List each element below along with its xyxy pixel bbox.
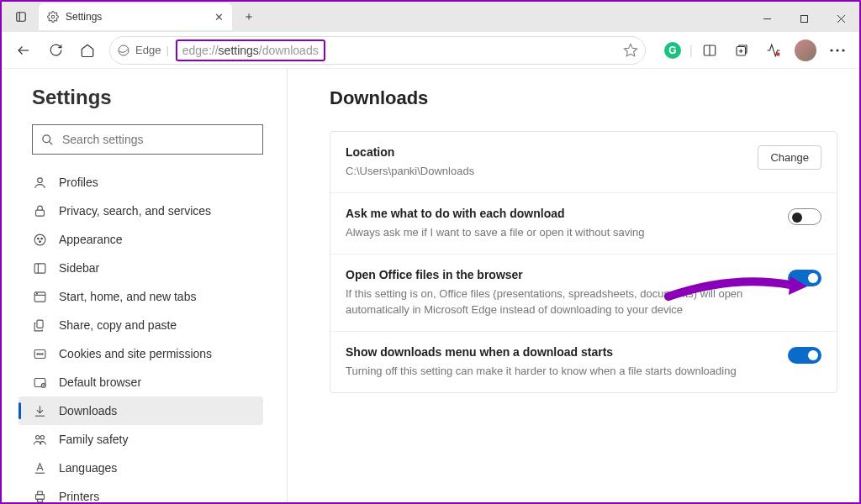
browser-tab[interactable]: Settings ✕ (39, 3, 232, 30)
svg-point-2 (51, 15, 55, 18)
sidebar-item-default-browser[interactable]: Default browser (18, 368, 263, 396)
office-toggle[interactable] (788, 270, 821, 286)
svg-rect-27 (34, 263, 45, 272)
svg-point-34 (36, 353, 37, 354)
nav-icon (32, 403, 47, 418)
collections-icon[interactable] (726, 35, 757, 66)
row-ask-download: Ask me what to do with each download Alw… (330, 192, 837, 254)
settings-main: Downloads Location C:\Users\panki\Downlo… (288, 69, 859, 502)
svg-rect-32 (36, 320, 42, 328)
svg-point-36 (41, 353, 42, 354)
sidebar-item-label: Privacy, search, and services (59, 204, 211, 218)
svg-point-41 (35, 435, 39, 438)
change-location-button[interactable]: Change (758, 145, 821, 170)
svg-line-20 (49, 141, 52, 144)
toolbar: Edge | edge://settings/downloads G | (2, 32, 859, 69)
ask-sub: Always ask me if I want to save a file o… (346, 225, 774, 240)
sidebar-item-start-home-and-new-tabs[interactable]: Start, home, and new tabs (18, 282, 263, 311)
nav-icon (32, 375, 47, 390)
svg-rect-4 (800, 15, 807, 22)
nav-icon (32, 460, 47, 475)
sidebar-item-languages[interactable]: Languages (18, 454, 263, 482)
svg-point-25 (40, 238, 42, 239)
svg-rect-0 (17, 13, 26, 22)
settings-card: Location C:\Users\panki\Downloads Change… (330, 131, 837, 393)
address-bar[interactable]: Edge | edge://settings/downloads (109, 36, 646, 65)
sidebar-heading: Settings (32, 86, 263, 109)
edge-icon (117, 44, 130, 57)
svg-rect-45 (37, 491, 42, 495)
ask-toggle[interactable] (788, 208, 821, 225)
more-menu-button[interactable] (822, 35, 853, 66)
nav-icon (32, 175, 47, 190)
ask-title: Ask me what to do with each download (346, 207, 774, 220)
svg-point-42 (40, 435, 44, 438)
nav-icon (32, 203, 47, 218)
search-input[interactable] (62, 133, 254, 146)
site-identity[interactable]: Edge | (117, 44, 169, 57)
svg-point-15 (776, 52, 780, 56)
back-button[interactable] (8, 35, 39, 66)
titlebar: Settings ✕ ＋ (2, 2, 859, 32)
sidebar-item-privacy-search-and-services[interactable]: Privacy, search, and services (18, 197, 263, 225)
home-button[interactable] (72, 35, 103, 66)
close-tab-button[interactable]: ✕ (214, 11, 224, 24)
split-screen-icon[interactable] (695, 35, 725, 66)
svg-rect-44 (35, 494, 44, 499)
nav-icon (32, 432, 47, 447)
sidebar-item-cookies-and-site-permissions[interactable]: Cookies and site permissions (18, 339, 263, 368)
profile-button[interactable] (790, 35, 821, 66)
page-title: Downloads (330, 87, 837, 109)
sidebar-item-sidebar[interactable]: Sidebar (18, 254, 263, 282)
settings-sidebar: Settings ProfilesPrivacy, search, and se… (2, 69, 288, 502)
svg-point-17 (836, 49, 838, 51)
sidebar-item-label: Sidebar (59, 261, 99, 275)
menu-sub: Turning off this setting can make it har… (346, 364, 774, 379)
new-tab-button[interactable]: ＋ (237, 5, 261, 29)
refresh-button[interactable] (40, 35, 71, 66)
nav-icon (32, 289, 47, 304)
avatar (795, 39, 816, 61)
favorite-icon[interactable] (623, 43, 638, 58)
url-text: edge://settings/downloads (182, 44, 319, 57)
svg-point-21 (37, 177, 42, 182)
close-window-button[interactable] (822, 5, 859, 32)
svg-point-18 (842, 49, 844, 51)
svg-marker-9 (624, 44, 637, 55)
health-icon[interactable] (758, 35, 789, 66)
row-location: Location C:\Users\panki\Downloads Change (330, 132, 837, 192)
sidebar-item-appearance[interactable]: Appearance (18, 225, 263, 254)
location-path: C:\Users\panki\Downloads (346, 164, 744, 179)
minimize-button[interactable] (748, 5, 785, 32)
svg-point-26 (39, 240, 40, 242)
nav-icon (32, 260, 47, 276)
office-sub: If this setting is on, Office files (pre… (346, 286, 774, 317)
sidebar-item-label: Printers (59, 490, 99, 503)
sidebar-item-label: Cookies and site permissions (59, 347, 212, 360)
sidebar-item-printers[interactable]: Printers (18, 482, 263, 504)
sidebar-item-share-copy-and-paste[interactable]: Share, copy and paste (18, 311, 263, 339)
downloads-menu-toggle[interactable] (788, 347, 821, 364)
extension-grammarly-icon[interactable]: G (658, 35, 688, 66)
search-icon (41, 134, 54, 146)
svg-point-16 (830, 49, 832, 51)
sidebar-item-label: Family safety (59, 433, 128, 446)
nav-icon (32, 346, 47, 361)
url-highlight-box: edge://settings/downloads (176, 39, 325, 61)
location-title: Location (346, 145, 744, 159)
row-downloads-menu: Show downloads menu when a download star… (330, 331, 837, 392)
tab-actions-button[interactable] (8, 4, 34, 29)
svg-point-24 (37, 238, 39, 239)
nav-icon (32, 318, 47, 333)
sidebar-item-profiles[interactable]: Profiles (18, 168, 263, 197)
sidebar-item-downloads[interactable]: Downloads (18, 396, 263, 425)
nav-icon (32, 489, 47, 504)
nav-icon (32, 232, 47, 247)
gear-icon (47, 11, 59, 23)
sidebar-item-label: Share, copy and paste (59, 318, 177, 332)
sidebar-item-family-safety[interactable]: Family safety (18, 425, 263, 454)
settings-nav: ProfilesPrivacy, search, and servicesApp… (18, 168, 263, 504)
office-title: Open Office files in the browser (346, 268, 774, 281)
search-settings-box[interactable] (32, 124, 263, 155)
maximize-button[interactable] (785, 5, 822, 32)
